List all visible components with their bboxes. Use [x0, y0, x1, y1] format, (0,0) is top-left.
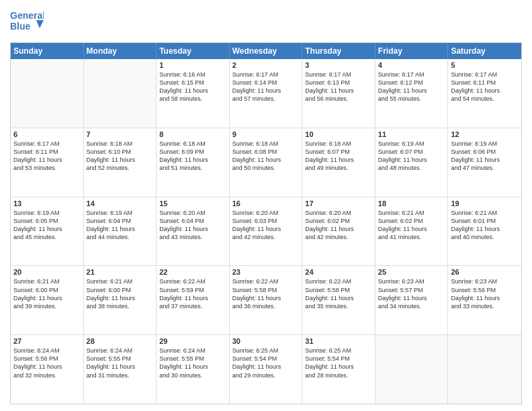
day-info: Sunrise: 6:23 AMSunset: 5:57 PMDaylight:…: [378, 277, 445, 310]
day-info: Sunrise: 6:17 AMSunset: 6:11 PMDaylight:…: [13, 140, 81, 173]
day-info: Sunrise: 6:24 AMSunset: 5:55 PMDaylight:…: [87, 347, 154, 379]
calendar-cell: 14Sunrise: 6:19 AMSunset: 6:04 PMDayligh…: [84, 197, 157, 266]
day-number: 14: [87, 199, 154, 208]
day-number: 21: [87, 268, 154, 276]
day-number: 30: [232, 337, 300, 345]
calendar-cell: 22Sunrise: 6:22 AMSunset: 5:59 PMDayligh…: [157, 266, 230, 334]
calendar-cell: 25Sunrise: 6:23 AMSunset: 5:57 PMDayligh…: [375, 266, 449, 334]
day-number: 15: [159, 199, 226, 208]
calendar-cell: 2Sunrise: 6:17 AMSunset: 6:14 PMDaylight…: [230, 59, 303, 128]
day-number: 4: [378, 61, 445, 69]
page: General Blue SundayMondayTuesdayWednesda…: [0, 0, 532, 411]
svg-text:Blue: Blue: [10, 21, 31, 32]
day-info: Sunrise: 6:17 AMSunset: 6:11 PMDaylight:…: [451, 71, 519, 103]
calendar-cell: [11, 59, 84, 128]
calendar-cell: 3Sunrise: 6:17 AMSunset: 6:13 PMDaylight…: [302, 59, 375, 128]
day-info: Sunrise: 6:19 AMSunset: 6:06 PMDaylight:…: [451, 140, 519, 173]
day-info: Sunrise: 6:19 AMSunset: 6:04 PMDaylight:…: [87, 209, 154, 242]
calendar-row-2: 6Sunrise: 6:17 AMSunset: 6:11 PMDaylight…: [11, 128, 521, 197]
calendar-cell: 19Sunrise: 6:21 AMSunset: 6:01 PMDayligh…: [448, 197, 521, 266]
calendar-cell: 7Sunrise: 6:18 AMSunset: 6:10 PMDaylight…: [84, 128, 157, 197]
day-info: Sunrise: 6:22 AMSunset: 5:58 PMDaylight:…: [232, 277, 300, 310]
day-info: Sunrise: 6:21 AMSunset: 6:00 PMDaylight:…: [13, 277, 81, 310]
logo: General Blue: [10, 7, 44, 37]
header-day-friday: Friday: [375, 43, 449, 59]
day-number: 28: [87, 337, 154, 345]
day-info: Sunrise: 6:18 AMSunset: 6:07 PMDaylight:…: [305, 140, 372, 173]
header-day-sunday: Sunday: [11, 43, 84, 59]
day-number: 29: [159, 337, 226, 345]
calendar-cell: 6Sunrise: 6:17 AMSunset: 6:11 PMDaylight…: [11, 128, 84, 197]
day-info: Sunrise: 6:18 AMSunset: 6:09 PMDaylight:…: [159, 140, 226, 173]
day-info: Sunrise: 6:20 AMSunset: 6:03 PMDaylight:…: [232, 209, 300, 242]
day-number: 3: [305, 61, 372, 69]
header-day-thursday: Thursday: [302, 43, 375, 59]
calendar-cell: 29Sunrise: 6:24 AMSunset: 5:55 PMDayligh…: [157, 335, 230, 404]
day-info: Sunrise: 6:17 AMSunset: 6:13 PMDaylight:…: [305, 71, 372, 103]
day-info: Sunrise: 6:17 AMSunset: 6:14 PMDaylight:…: [232, 71, 300, 103]
day-info: Sunrise: 6:19 AMSunset: 6:05 PMDaylight:…: [13, 209, 81, 242]
day-info: Sunrise: 6:25 AMSunset: 5:54 PMDaylight:…: [232, 347, 300, 379]
calendar-cell: 4Sunrise: 6:17 AMSunset: 6:12 PMDaylight…: [375, 59, 449, 128]
day-info: Sunrise: 6:23 AMSunset: 5:56 PMDaylight:…: [451, 277, 519, 310]
day-info: Sunrise: 6:16 AMSunset: 6:15 PMDaylight:…: [159, 71, 226, 103]
calendar-cell: 10Sunrise: 6:18 AMSunset: 6:07 PMDayligh…: [302, 128, 375, 197]
logo-svg: General Blue: [10, 7, 44, 37]
day-number: 25: [378, 268, 445, 276]
day-info: Sunrise: 6:25 AMSunset: 5:54 PMDaylight:…: [305, 347, 372, 379]
calendar-row-3: 13Sunrise: 6:19 AMSunset: 6:05 PMDayligh…: [11, 197, 521, 266]
day-number: 20: [13, 268, 81, 276]
calendar-row-1: 1Sunrise: 6:16 AMSunset: 6:15 PMDaylight…: [11, 59, 521, 128]
day-number: 8: [159, 130, 226, 138]
calendar-cell: 23Sunrise: 6:22 AMSunset: 5:58 PMDayligh…: [230, 266, 303, 334]
calendar-cell: 15Sunrise: 6:20 AMSunset: 6:04 PMDayligh…: [157, 197, 230, 266]
calendar-row-4: 20Sunrise: 6:21 AMSunset: 6:00 PMDayligh…: [11, 265, 521, 334]
calendar-cell: [375, 335, 449, 404]
header-day-tuesday: Tuesday: [157, 43, 230, 59]
calendar-cell: 16Sunrise: 6:20 AMSunset: 6:03 PMDayligh…: [230, 197, 303, 266]
day-info: Sunrise: 6:20 AMSunset: 6:04 PMDaylight:…: [159, 209, 226, 242]
day-number: 10: [305, 130, 372, 138]
day-info: Sunrise: 6:21 AMSunset: 6:02 PMDaylight:…: [378, 209, 445, 242]
day-info: Sunrise: 6:22 AMSunset: 5:58 PMDaylight:…: [305, 277, 372, 310]
calendar-cell: 13Sunrise: 6:19 AMSunset: 6:05 PMDayligh…: [11, 197, 84, 266]
day-info: Sunrise: 6:21 AMSunset: 6:01 PMDaylight:…: [451, 209, 519, 242]
day-number: 18: [378, 199, 445, 208]
calendar-cell: 26Sunrise: 6:23 AMSunset: 5:56 PMDayligh…: [448, 266, 521, 334]
day-number: 9: [232, 130, 300, 138]
svg-text:General: General: [10, 10, 44, 21]
day-number: 5: [451, 61, 519, 69]
day-info: Sunrise: 6:24 AMSunset: 5:55 PMDaylight:…: [159, 347, 226, 379]
day-info: Sunrise: 6:19 AMSunset: 6:07 PMDaylight:…: [378, 140, 445, 173]
calendar-cell: 1Sunrise: 6:16 AMSunset: 6:15 PMDaylight…: [157, 59, 230, 128]
day-number: 24: [305, 268, 372, 276]
calendar-cell: [448, 335, 521, 404]
day-number: 19: [451, 199, 519, 208]
day-info: Sunrise: 6:18 AMSunset: 6:10 PMDaylight:…: [87, 140, 154, 173]
calendar-cell: 5Sunrise: 6:17 AMSunset: 6:11 PMDaylight…: [448, 59, 521, 128]
calendar-cell: 31Sunrise: 6:25 AMSunset: 5:54 PMDayligh…: [302, 335, 375, 404]
day-number: 23: [232, 268, 300, 276]
day-info: Sunrise: 6:22 AMSunset: 5:59 PMDaylight:…: [159, 277, 226, 310]
calendar-row-5: 27Sunrise: 6:24 AMSunset: 5:56 PMDayligh…: [11, 334, 521, 404]
day-number: 13: [13, 199, 81, 208]
header-day-wednesday: Wednesday: [230, 43, 303, 59]
day-info: Sunrise: 6:24 AMSunset: 5:56 PMDaylight:…: [13, 347, 81, 379]
day-number: 7: [87, 130, 154, 138]
calendar-header: SundayMondayTuesdayWednesdayThursdayFrid…: [11, 43, 521, 59]
day-number: 17: [305, 199, 372, 208]
calendar-cell: 21Sunrise: 6:21 AMSunset: 6:00 PMDayligh…: [84, 266, 157, 334]
header: General Blue: [10, 7, 522, 37]
day-info: Sunrise: 6:21 AMSunset: 6:00 PMDaylight:…: [87, 277, 154, 310]
day-number: 27: [13, 337, 81, 345]
calendar-cell: 18Sunrise: 6:21 AMSunset: 6:02 PMDayligh…: [375, 197, 449, 266]
day-info: Sunrise: 6:18 AMSunset: 6:08 PMDaylight:…: [232, 140, 300, 173]
day-number: 2: [232, 61, 300, 69]
header-day-saturday: Saturday: [448, 43, 521, 59]
day-number: 6: [13, 130, 81, 138]
calendar: SundayMondayTuesdayWednesdayThursdayFrid…: [10, 42, 522, 404]
calendar-cell: 20Sunrise: 6:21 AMSunset: 6:00 PMDayligh…: [11, 266, 84, 334]
calendar-body: 1Sunrise: 6:16 AMSunset: 6:15 PMDaylight…: [11, 59, 521, 404]
calendar-cell: 24Sunrise: 6:22 AMSunset: 5:58 PMDayligh…: [302, 266, 375, 334]
calendar-cell: 17Sunrise: 6:20 AMSunset: 6:02 PMDayligh…: [302, 197, 375, 266]
